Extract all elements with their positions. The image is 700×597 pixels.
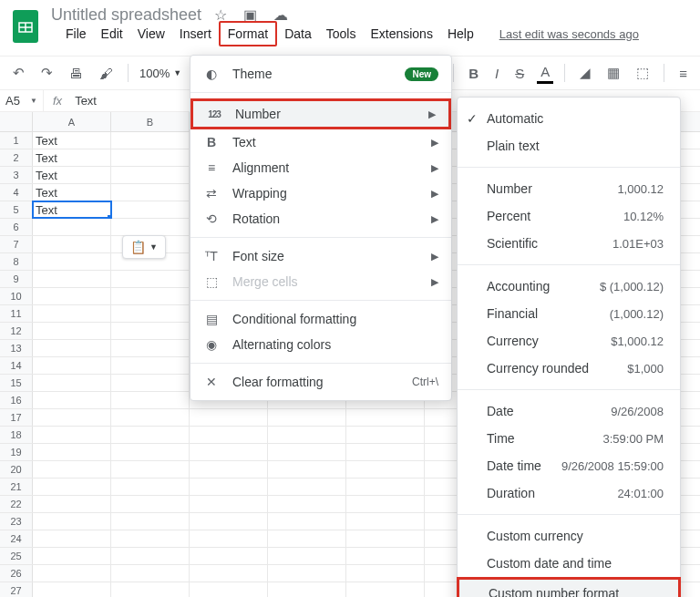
cell[interactable] <box>33 219 111 235</box>
cell[interactable] <box>33 340 111 356</box>
cell[interactable] <box>33 323 111 339</box>
row-header[interactable]: 1 <box>0 132 33 149</box>
cell[interactable] <box>111 132 190 149</box>
menu-fontsize[interactable]: ᵀTFont size▶ <box>190 243 451 269</box>
cell[interactable] <box>33 582 111 597</box>
menu-alignment[interactable]: ≡Alignment▶ <box>190 155 451 180</box>
menu-file[interactable]: File <box>58 23 94 45</box>
num-scientific[interactable]: Scientific1.01E+03 <box>458 230 680 257</box>
cell[interactable] <box>33 479 111 495</box>
cell[interactable] <box>111 582 190 597</box>
menu-theme[interactable]: ◐ThemeNew <box>190 61 451 87</box>
menu-number[interactable]: 123Number▶ <box>190 98 451 129</box>
cell[interactable] <box>190 461 268 478</box>
cell[interactable] <box>111 149 190 166</box>
cell[interactable] <box>33 461 111 478</box>
cell[interactable] <box>33 427 111 443</box>
cell[interactable] <box>268 565 346 582</box>
cell[interactable] <box>111 427 190 443</box>
cell[interactable]: Text <box>33 132 111 149</box>
cell[interactable] <box>190 582 268 597</box>
row-header[interactable]: 22 <box>0 496 33 512</box>
num-custom-number-format[interactable]: Custom number format <box>457 577 681 597</box>
row-header[interactable]: 12 <box>0 323 33 339</box>
num-duration[interactable]: Duration24:01:00 <box>458 479 680 507</box>
cell[interactable]: Text <box>33 167 111 183</box>
menu-edit[interactable]: Edit <box>94 23 130 45</box>
cell[interactable] <box>111 271 190 287</box>
row-header[interactable]: 16 <box>0 392 33 408</box>
formula-bar[interactable]: Text <box>71 94 100 108</box>
num-time[interactable]: Time3:59:00 PM <box>458 425 680 452</box>
row-header[interactable]: 6 <box>0 219 33 235</box>
cell[interactable] <box>111 219 190 235</box>
row-header[interactable]: 4 <box>0 184 33 201</box>
cell[interactable] <box>111 496 190 512</box>
cell[interactable]: Text <box>33 184 111 201</box>
row-header[interactable]: 18 <box>0 427 33 443</box>
cell[interactable] <box>111 548 190 564</box>
num-financial[interactable]: Financial(1,000.12) <box>458 300 680 327</box>
cell[interactable] <box>111 340 190 356</box>
print-icon[interactable]: 🖶 <box>66 64 87 83</box>
borders-icon[interactable]: ▦ <box>603 63 623 83</box>
menu-help[interactable]: Help <box>440 23 481 45</box>
cell[interactable] <box>33 565 111 582</box>
num-custom-currency[interactable]: Custom currency <box>458 522 680 550</box>
row-header[interactable]: 14 <box>0 357 33 374</box>
cell[interactable] <box>111 305 190 322</box>
cell[interactable] <box>111 565 190 582</box>
cell[interactable] <box>111 323 190 339</box>
menu-text[interactable]: BText▶ <box>190 129 451 155</box>
cell[interactable] <box>111 184 190 201</box>
menu-extensions[interactable]: Extensions <box>363 23 439 45</box>
cell[interactable] <box>268 461 346 478</box>
row-header[interactable]: 26 <box>0 565 33 582</box>
cell[interactable] <box>190 409 268 426</box>
cell[interactable] <box>190 513 268 530</box>
row-header[interactable]: 19 <box>0 444 33 460</box>
num-accounting[interactable]: Accounting$ (1,000.12) <box>458 273 680 300</box>
cell[interactable] <box>268 409 346 426</box>
menu-rotation[interactable]: ⟲Rotation▶ <box>190 206 451 232</box>
paint-format-icon[interactable]: 🖌 <box>96 64 117 83</box>
cell[interactable] <box>268 513 346 530</box>
cell[interactable] <box>33 271 111 287</box>
row-header[interactable]: 13 <box>0 340 33 356</box>
col-header[interactable]: A <box>33 112 111 131</box>
menu-wrapping[interactable]: ⇄Wrapping▶ <box>190 180 451 206</box>
col-header[interactable]: B <box>111 112 190 131</box>
cell[interactable] <box>33 253 111 270</box>
cell[interactable] <box>33 392 111 408</box>
row-header[interactable]: 11 <box>0 305 33 322</box>
cell[interactable] <box>268 479 346 495</box>
num-plaintext[interactable]: Plain text <box>458 132 680 160</box>
cell[interactable] <box>346 513 425 530</box>
cell[interactable] <box>346 409 425 426</box>
text-color-icon[interactable]: A <box>537 62 553 84</box>
name-box[interactable]: A5▼ <box>0 90 44 111</box>
row-header[interactable]: 7 <box>0 236 33 252</box>
row-header[interactable]: 20 <box>0 461 33 478</box>
num-percent[interactable]: Percent10.12% <box>458 202 680 230</box>
row-header[interactable]: 15 <box>0 375 33 391</box>
cell[interactable] <box>190 427 268 443</box>
menu-tools[interactable]: Tools <box>319 23 364 45</box>
bold-icon[interactable]: B <box>465 64 482 83</box>
cell[interactable] <box>111 461 190 478</box>
cell[interactable] <box>346 530 425 547</box>
cell[interactable] <box>33 548 111 564</box>
row-header[interactable]: 3 <box>0 167 33 183</box>
select-all-corner[interactable] <box>0 112 33 131</box>
row-header[interactable]: 9 <box>0 271 33 287</box>
cell[interactable]: Text <box>33 201 111 218</box>
cell[interactable] <box>346 427 425 443</box>
num-currency-rounded[interactable]: Currency rounded$1,000 <box>458 355 680 382</box>
undo-icon[interactable]: ↶ <box>9 63 28 83</box>
row-header[interactable]: 25 <box>0 548 33 564</box>
row-header[interactable]: 10 <box>0 288 33 304</box>
menu-conditional-formatting[interactable]: ▤Conditional formatting <box>190 306 451 332</box>
strikethrough-icon[interactable]: S <box>511 64 528 83</box>
cell[interactable] <box>190 496 268 512</box>
cell[interactable] <box>190 565 268 582</box>
